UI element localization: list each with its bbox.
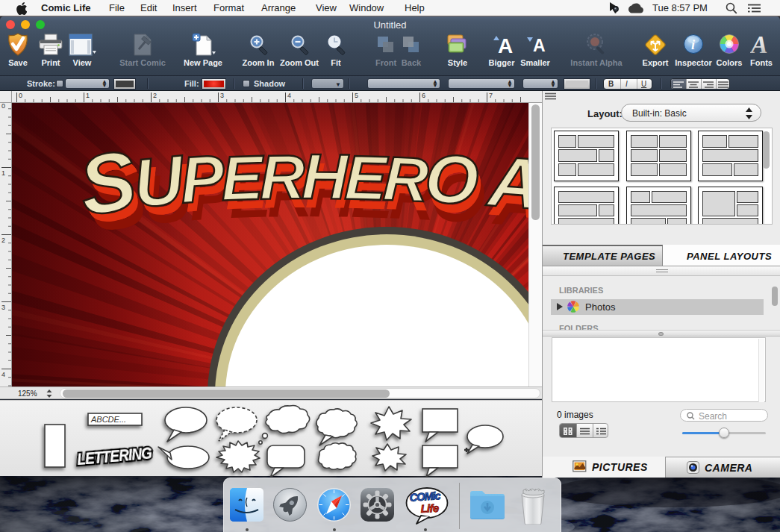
svg-text:i: i: [691, 37, 695, 52]
svg-text:Life: Life: [420, 502, 439, 515]
svg-text:ABCDE...: ABCDE...: [90, 415, 126, 424]
svg-text:A: A: [533, 36, 546, 55]
svg-text:A: A: [498, 34, 513, 57]
svg-text:A: A: [750, 33, 768, 57]
svg-text:LETTERING: LETTERING: [76, 443, 153, 469]
